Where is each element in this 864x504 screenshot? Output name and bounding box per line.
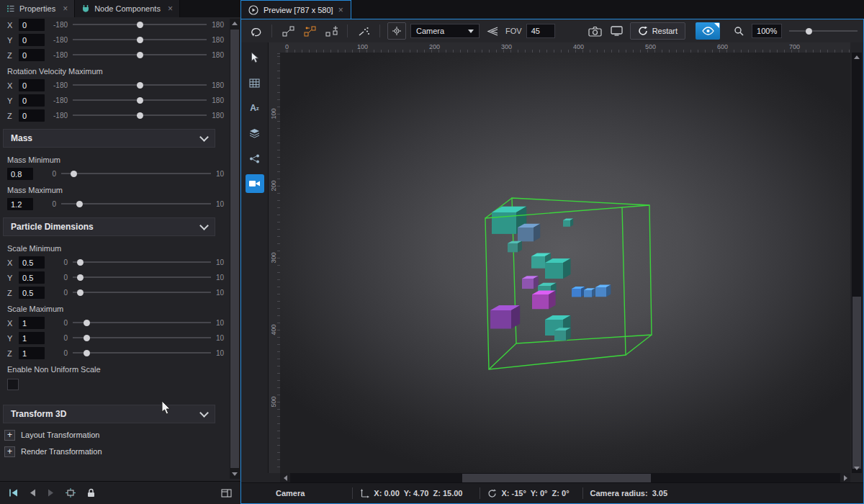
particle-dimensions-section-header[interactable]: Particle Dimensions <box>3 217 215 236</box>
fov-input[interactable]: 45 <box>526 24 555 38</box>
value-input[interactable]: 1 <box>19 332 45 344</box>
share-nodes-icon[interactable] <box>246 149 264 168</box>
value-input[interactable]: 1 <box>19 347 45 359</box>
mass-min-row: 0.8 0 10 <box>0 166 228 181</box>
camera-select[interactable]: Camera <box>410 24 480 38</box>
axis-label: Y <box>7 274 14 282</box>
external-screen-icon[interactable] <box>608 22 626 40</box>
close-icon[interactable]: × <box>338 5 343 15</box>
viewport-horizontal-scrollbar[interactable] <box>280 473 850 483</box>
slider[interactable] <box>73 258 211 267</box>
value-input[interactable]: 0.5 <box>19 256 45 269</box>
plus-icon[interactable]: + <box>4 430 15 441</box>
3d-viewport[interactable] <box>280 53 850 473</box>
camera-position-value: X: 0.00 Y: 4.70 Z: 15.00 <box>374 489 462 498</box>
orbit-tool-icon[interactable] <box>247 22 264 40</box>
add-node-tool-icon[interactable] <box>323 22 340 40</box>
emitter-tool-icon[interactable] <box>355 22 372 40</box>
mass-maximum-label: Mass Maximum <box>0 181 228 197</box>
slider[interactable] <box>61 199 211 209</box>
slider[interactable] <box>73 50 207 60</box>
viewport-vertical-scrollbar[interactable] <box>852 53 862 473</box>
preview-eye-toggle[interactable] <box>696 22 720 40</box>
value-input[interactable]: 1 <box>19 317 45 329</box>
ruler-tick-label: 500 <box>270 393 277 410</box>
slider[interactable] <box>73 81 207 90</box>
lock-icon[interactable] <box>87 488 95 498</box>
left-panel-scrollbar[interactable] <box>230 19 240 479</box>
min-label: -180 <box>50 36 68 44</box>
layers-icon[interactable] <box>246 124 264 143</box>
scrollbar-thumb[interactable] <box>462 474 650 482</box>
scroll-right-arrow[interactable] <box>840 473 850 483</box>
slider[interactable] <box>73 273 211 282</box>
close-icon[interactable]: × <box>168 4 173 14</box>
focus-selected-button[interactable] <box>387 22 406 40</box>
slider[interactable] <box>73 288 211 297</box>
slider[interactable] <box>61 169 211 179</box>
value-input[interactable]: 0 <box>19 34 45 46</box>
value-input[interactable]: 0.8 <box>7 168 33 180</box>
value-input[interactable]: 0 <box>19 94 45 107</box>
attach-node-tool-icon[interactable] <box>301 22 318 40</box>
scroll-down-arrow[interactable] <box>852 464 862 473</box>
value-input[interactable]: 0 <box>19 49 45 61</box>
horizontal-ruler: 0100200300400500600700 <box>280 42 850 53</box>
scroll-up-arrow[interactable] <box>852 53 862 62</box>
prev-frame-icon[interactable] <box>30 489 36 497</box>
transform-3d-section-header[interactable]: Transform 3D <box>3 405 215 423</box>
scale-maximum-label: Scale Maximum <box>0 300 228 315</box>
slider[interactable] <box>73 35 207 45</box>
value-input[interactable]: 0 <box>19 19 45 31</box>
plus-icon[interactable]: + <box>4 446 15 457</box>
move-node-tool-icon[interactable] <box>279 22 297 40</box>
tab-properties[interactable]: Properties × <box>0 0 75 17</box>
min-label: 0 <box>50 258 68 266</box>
first-frame-icon[interactable] <box>9 489 18 497</box>
scroll-left-arrow[interactable] <box>280 473 290 483</box>
mass-section-header[interactable]: Mass <box>3 129 215 148</box>
slider[interactable] <box>73 333 211 343</box>
min-label: 0 <box>50 319 68 327</box>
close-icon[interactable]: × <box>63 4 68 14</box>
zoom-search-icon <box>730 22 747 40</box>
axis-label: Y <box>7 36 14 45</box>
layout-transformation-button[interactable]: + Layout Transformation <box>1 427 215 443</box>
snapshot-camera-icon[interactable] <box>587 22 604 40</box>
snap-grid-icon[interactable] <box>66 488 76 498</box>
value-input[interactable]: 1.2 <box>7 198 33 210</box>
enable-non-uniform-scale-checkbox[interactable] <box>7 379 19 390</box>
scroll-down-arrow[interactable] <box>230 469 240 479</box>
value-input[interactable]: 0 <box>19 79 45 91</box>
scrollbar-thumb[interactable] <box>230 30 239 468</box>
next-frame-icon[interactable] <box>48 489 54 497</box>
slider[interactable] <box>73 318 211 328</box>
slider[interactable] <box>73 111 207 120</box>
max-label: 10 <box>216 258 224 266</box>
max-label: 180 <box>212 36 224 44</box>
button-label: Layout Transformation <box>21 431 99 439</box>
grid-view-icon[interactable] <box>246 73 264 92</box>
slider[interactable] <box>73 348 211 358</box>
dock-layout-icon[interactable] <box>221 489 232 498</box>
zoom-level-input[interactable]: 100% <box>752 24 782 38</box>
scroll-up-arrow[interactable] <box>230 19 240 28</box>
value-input[interactable]: 0.5 <box>19 287 45 299</box>
slider[interactable] <box>73 96 207 105</box>
render-transformation-button[interactable]: + Render Transformation <box>1 444 215 459</box>
section-title: Transform 3D <box>11 409 66 419</box>
select-cursor-icon[interactable] <box>246 48 264 67</box>
axis-label: X <box>7 21 14 30</box>
ruler-tick-label: 100 <box>270 105 277 122</box>
value-input[interactable]: 0.5 <box>19 271 45 284</box>
scrollbar-thumb[interactable] <box>852 297 861 469</box>
camera-mode-icon[interactable] <box>246 174 264 193</box>
tab-node-components[interactable]: Node Components × <box>75 0 180 17</box>
min-label: 0 <box>38 200 56 208</box>
slider[interactable] <box>73 20 207 30</box>
text-tool-icon[interactable]: Az <box>246 99 264 117</box>
restart-button[interactable]: Restart <box>630 22 685 40</box>
value-input[interactable]: 0 <box>19 109 45 122</box>
zoom-slider[interactable] <box>789 27 858 36</box>
tab-preview[interactable]: Preview [787 x 580] × <box>240 0 351 19</box>
